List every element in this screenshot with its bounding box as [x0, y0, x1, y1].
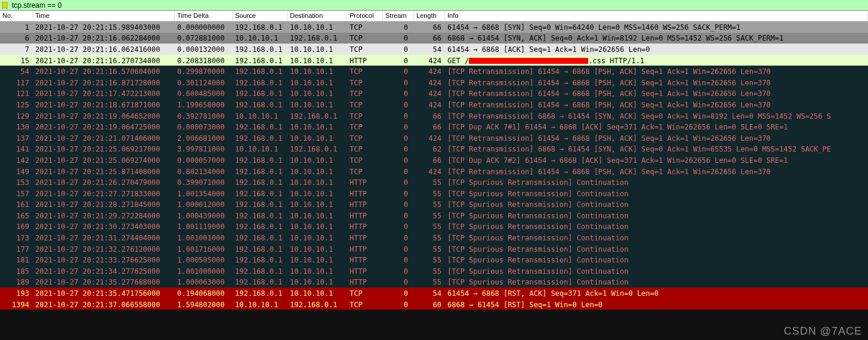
cell-delta: 0.301124000 [175, 78, 233, 87]
column-header-stream[interactable]: Stream [383, 11, 414, 21]
cell-stream: 0 [383, 233, 414, 242]
cell-no: 169 [0, 222, 33, 231]
cell-info: [TCP Spurious Retransmission] Continuati… [445, 211, 868, 220]
cell-info: [TCP Retransmission] 6868 → 61454 [SYN, … [445, 112, 868, 120]
cell-length: 55 [414, 233, 445, 242]
cell-length: 55 [414, 200, 445, 209]
packet-row[interactable]: 1932021-10-27 20:21:35.4717560000.194068… [0, 288, 868, 299]
cell-protocol: HTTP [347, 245, 383, 254]
cell-time: 2021-10-27 20:21:16.062284000 [33, 33, 175, 42]
packet-row[interactable]: 1292021-10-27 20:21:19.0646520000.392781… [0, 110, 868, 122]
cell-source: 192.168.0.1 [233, 122, 288, 131]
column-header-length[interactable]: Length [414, 11, 445, 21]
packet-row[interactable]: 1302021-10-27 20:21:19.0647250000.000073… [0, 121, 868, 132]
cell-delta: 0.194068000 [175, 289, 233, 298]
cell-protocol: TCP [347, 289, 383, 298]
cell-protocol: TCP [347, 112, 383, 120]
packet-row[interactable]: 1652021-10-27 20:21:29.2722840001.000439… [0, 210, 868, 221]
cell-destination: 192.168.0.1 [288, 300, 347, 309]
cell-stream: 0 [383, 167, 414, 176]
column-header-source[interactable]: Source [233, 11, 288, 21]
cell-time: 2021-10-27 20:21:25.069274000 [33, 156, 175, 165]
packet-row[interactable]: 1612021-10-27 20:21:28.2718450001.000012… [0, 199, 868, 211]
cell-length: 66 [414, 33, 445, 42]
cell-protocol: HTTP [347, 178, 383, 187]
packet-row[interactable]: 62021-10-27 20:21:16.0622840000.07288100… [0, 33, 868, 44]
packet-row[interactable]: 1572021-10-27 20:21:27.2718330001.001354… [0, 188, 868, 199]
packet-row[interactable]: 1772021-10-27 20:21:32.2761200001.001716… [0, 243, 868, 255]
cell-source: 10.10.10.1 [233, 112, 288, 120]
packet-row[interactable]: 1422021-10-27 20:21:25.0692740000.000057… [0, 154, 868, 166]
cell-length: 55 [414, 211, 445, 220]
cell-no: 7 [0, 45, 33, 54]
cell-destination: 10.10.10.1 [288, 156, 347, 165]
cell-info: [TCP Spurious Retransmission] Continuati… [445, 189, 868, 198]
cell-info: [TCP Retransmission] 61454 → 6868 [PSH, … [445, 134, 868, 143]
cell-no: 54 [0, 67, 33, 76]
cell-no: 173 [0, 233, 33, 242]
cell-length: 62 [414, 144, 445, 153]
packet-row[interactable]: 1212021-10-27 20:21:17.4722130000.600485… [0, 88, 868, 100]
cell-source: 192.168.0.1 [233, 56, 288, 65]
column-header-time[interactable]: Time [33, 11, 175, 21]
cell-source: 192.168.0.1 [233, 67, 288, 76]
cell-length: 60 [414, 300, 445, 309]
cell-protocol: HTTP [347, 189, 383, 198]
cell-delta: 0.072881000 [175, 33, 233, 42]
cell-protocol: TCP [347, 89, 383, 98]
packet-row[interactable]: 1252021-10-27 20:21:18.6718710001.199658… [0, 99, 868, 110]
cell-protocol: HTTP [347, 277, 383, 286]
packet-row[interactable]: 1732021-10-27 20:21:31.2744040001.001001… [0, 232, 868, 243]
packet-row[interactable]: 1172021-10-27 20:21:16.8717280000.301124… [0, 77, 868, 88]
column-header-delta[interactable]: Time Delta [175, 11, 233, 21]
column-header-protocol[interactable]: Protocol [347, 11, 383, 21]
cell-length: 55 [414, 189, 445, 198]
cell-delta: 0.802134000 [175, 167, 233, 176]
cell-length: 55 [414, 267, 445, 276]
cell-no: 1394 [0, 300, 33, 309]
packet-row[interactable]: 1532021-10-27 20:21:26.2704790000.399071… [0, 177, 868, 188]
column-header-no[interactable]: No. [0, 11, 33, 21]
cell-info: [TCP Retransmission] 6868 → 61454 [SYN, … [445, 144, 868, 153]
cell-source: 10.10.10.1 [233, 144, 288, 153]
packet-row[interactable]: 1372021-10-27 20:21:21.0714060002.006681… [0, 132, 868, 144]
cell-source: 192.168.0.1 [233, 211, 288, 220]
cell-delta: 0.399071000 [175, 178, 233, 187]
packet-row[interactable]: 1412021-10-27 20:21:25.0692170003.997811… [0, 144, 868, 155]
cell-source: 192.168.0.1 [233, 245, 288, 254]
cell-destination: 10.10.10.1 [288, 233, 347, 242]
packet-row[interactable]: 13942021-10-27 20:21:37.0665580001.59480… [0, 299, 868, 310]
cell-source: 192.168.0.1 [233, 134, 288, 143]
cell-time: 2021-10-27 20:21:27.271833000 [33, 189, 175, 198]
cell-destination: 10.10.10.1 [288, 267, 347, 276]
cell-protocol: TCP [347, 23, 383, 32]
cell-delta: 0.000000000 [175, 23, 233, 32]
cell-delta: 0.000132000 [175, 45, 233, 54]
cell-destination: 192.168.0.1 [288, 33, 347, 42]
cell-source: 192.168.0.1 [233, 23, 288, 32]
cell-no: 1 [0, 23, 33, 32]
cell-delta: 0.299870000 [175, 67, 233, 76]
cell-protocol: TCP [347, 167, 383, 176]
packet-row[interactable]: 542021-10-27 20:21:16.5706040000.2998700… [0, 66, 868, 77]
cell-destination: 10.10.10.1 [288, 189, 347, 198]
packet-list[interactable]: 12021-10-27 20:21:15.9894030000.00000000… [0, 21, 868, 310]
packet-row[interactable]: 1492021-10-27 20:21:25.8714080000.802134… [0, 166, 868, 177]
cell-info: [TCP Spurious Retransmission] Continuati… [445, 178, 868, 187]
cell-delta: 0.600485000 [175, 89, 233, 98]
packet-row[interactable]: 1692021-10-27 20:21:30.2734030001.001119… [0, 221, 868, 233]
packet-row[interactable]: 1892021-10-27 20:21:35.2776880001.000063… [0, 277, 868, 288]
cell-stream: 0 [383, 45, 414, 54]
packet-row[interactable]: 1812021-10-27 20:21:33.2766250001.000505… [0, 254, 868, 265]
display-filter-input[interactable] [12, 1, 867, 10]
display-filter-bar[interactable] [0, 0, 868, 11]
packet-row[interactable]: 72021-10-27 20:21:16.0624160000.00013200… [0, 44, 868, 55]
cell-destination: 10.10.10.1 [288, 200, 347, 209]
column-header-info[interactable]: Info [445, 11, 868, 21]
cell-delta: 2.006681000 [175, 134, 233, 143]
cell-no: 189 [0, 277, 33, 286]
packet-row[interactable]: 1852021-10-27 20:21:34.2776250001.001000… [0, 265, 868, 277]
column-header-destination[interactable]: Destination [288, 11, 347, 21]
packet-row[interactable]: 152021-10-27 20:21:16.2707340000.2083180… [0, 55, 868, 66]
packet-row[interactable]: 12021-10-27 20:21:15.9894030000.00000000… [0, 21, 868, 33]
